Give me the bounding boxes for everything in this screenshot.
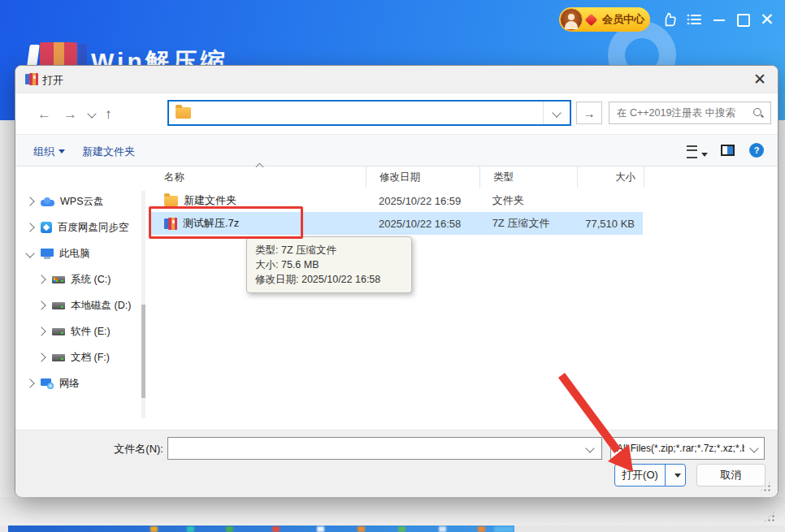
filetype-select[interactable]: All Files(*.zip;*.rar;*.7z;*.xz;*.b — [610, 437, 765, 460]
sidebar-item-network[interactable]: 网络 — [15, 371, 137, 396]
maximize-button[interactable] — [737, 14, 750, 27]
sidebar-item-drive-f[interactable]: 文档 (F:) — [15, 345, 137, 370]
sidebar-item-drive-e[interactable]: 软件 (E:) — [15, 319, 137, 344]
forward-button[interactable]: → — [63, 106, 77, 123]
taskbar — [0, 526, 785, 532]
network-icon — [41, 378, 54, 389]
go-button[interactable]: → — [576, 102, 602, 124]
organize-button[interactable]: 组织 — [33, 145, 65, 159]
avatar[interactable] — [560, 8, 583, 31]
file-list: 名称 修改日期 类型 大小 新建文件夹 2025/10/22 16:59 文件夹 — [151, 167, 769, 430]
open-button[interactable]: 打开(O) — [615, 465, 665, 486]
minimize-button[interactable] — [713, 19, 725, 21]
baidu-netdisk-icon — [41, 222, 52, 233]
folder-icon — [164, 196, 178, 206]
chevron-right-icon[interactable] — [25, 378, 34, 387]
sidebar-item-this-pc[interactable]: 此电脑 — [15, 241, 137, 266]
up-button[interactable]: ↑ — [105, 106, 112, 123]
dialog-toolbar: 组织 新建文件夹 ? — [15, 134, 778, 167]
member-center-button[interactable]: 会员中心 — [559, 7, 650, 32]
drive-icon — [52, 328, 65, 335]
taskbar-strip — [8, 526, 514, 532]
computer-icon — [41, 249, 54, 259]
dialog-close-button[interactable]: ✕ — [753, 70, 766, 89]
filename-label: 文件名(N): — [64, 442, 163, 456]
sidebar-item-wps-cloud[interactable]: WPS云盘 — [15, 189, 137, 214]
cancel-button[interactable]: 取消 — [696, 464, 765, 487]
chevron-right-icon[interactable] — [37, 275, 46, 283]
chevron-right-icon[interactable] — [25, 223, 34, 231]
sidebar-item-drive-d[interactable]: 本地磁盘 (D:) — [15, 293, 137, 318]
address-dropdown-button[interactable] — [543, 102, 570, 124]
cloud-icon — [41, 197, 54, 206]
help-button[interactable]: ? — [749, 143, 764, 158]
filename-input[interactable] — [168, 438, 579, 459]
address-bar[interactable] — [167, 100, 571, 126]
chevron-right-icon[interactable] — [37, 327, 46, 335]
chevron-right-icon[interactable] — [25, 197, 34, 205]
new-folder-button[interactable]: 新建文件夹 — [82, 145, 135, 159]
thumbs-up-icon[interactable] — [661, 11, 679, 28]
recent-locations-chevron-icon[interactable] — [87, 109, 96, 118]
search-icon — [752, 107, 764, 119]
folder-icon — [176, 107, 191, 119]
filetype-dropdown-icon — [744, 445, 764, 452]
column-header-type[interactable]: 类型 — [480, 167, 578, 188]
column-header-size[interactable]: 大小 — [578, 167, 644, 188]
column-headers: 名称 修改日期 类型 大小 — [151, 167, 644, 188]
open-split-button[interactable]: 打开(O) — [614, 464, 686, 487]
filename-combobox[interactable] — [167, 437, 602, 460]
app-window-bottom — [0, 497, 785, 526]
dialog-footer: 文件名(N): All Files(*.zip;*.rar;*.7z;*.xz;… — [15, 430, 778, 497]
file-info-tooltip: 类型: 7Z 压缩文件 大小: 75.6 MB 修改日期: 2025/10/22… — [246, 236, 412, 293]
sidebar-scrollbar[interactable] — [141, 191, 145, 418]
file-row-folder[interactable]: 新建文件夹 2025/10/22 16:59 文件夹 — [151, 189, 643, 212]
search-box[interactable] — [609, 102, 771, 124]
filename-dropdown-button[interactable] — [579, 438, 601, 459]
open-dropdown-button[interactable] — [665, 465, 685, 486]
drive-icon — [52, 354, 65, 361]
back-button[interactable]: ← — [37, 106, 51, 123]
app-close-button[interactable]: ✕ — [760, 11, 774, 28]
archive-app-icon — [25, 73, 38, 85]
dialog-main: WPS云盘 百度网盘同步空 此电脑 系统 (C:) — [15, 167, 778, 430]
system-drive-icon — [52, 276, 65, 283]
chevron-right-icon[interactable] — [37, 301, 46, 309]
dialog-title: 打开 — [42, 73, 63, 88]
chevron-down-icon[interactable] — [25, 249, 34, 257]
column-header-date[interactable]: 修改日期 — [366, 167, 480, 188]
dialog-titlebar[interactable]: 打开 ✕ — [15, 66, 778, 93]
sidebar-item-drive-c[interactable]: 系统 (C:) — [15, 267, 137, 292]
search-input[interactable] — [609, 107, 752, 119]
scrollbar-thumb[interactable] — [141, 305, 145, 398]
gem-icon — [585, 13, 598, 26]
navigation-pane: WPS云盘 百度网盘同步空 此电脑 系统 (C:) — [15, 167, 137, 430]
preview-pane-button[interactable] — [721, 145, 735, 156]
change-view-button[interactable] — [687, 145, 708, 162]
chevron-right-icon[interactable] — [37, 353, 46, 361]
archive-file-icon — [164, 218, 177, 230]
app-logo-icon — [27, 42, 90, 67]
drive-icon — [52, 302, 65, 309]
column-header-name[interactable]: 名称 — [151, 167, 366, 188]
screen: Win解压缩 会员中心 ✕ — [0, 0, 785, 532]
app-resize-grip[interactable] — [764, 511, 775, 522]
feedback-list-icon[interactable] — [686, 11, 702, 28]
filetype-value: All Files(*.zip;*.rar;*.7z;*.xz;*.b — [611, 443, 744, 454]
member-center-label: 会员中心 — [602, 12, 644, 27]
file-row-archive[interactable]: 测试解压.7z 2025/10/22 16:58 7Z 压缩文件 77,510 … — [151, 212, 643, 235]
sidebar-item-baidu-netdisk[interactable]: 百度网盘同步空 — [15, 215, 137, 240]
